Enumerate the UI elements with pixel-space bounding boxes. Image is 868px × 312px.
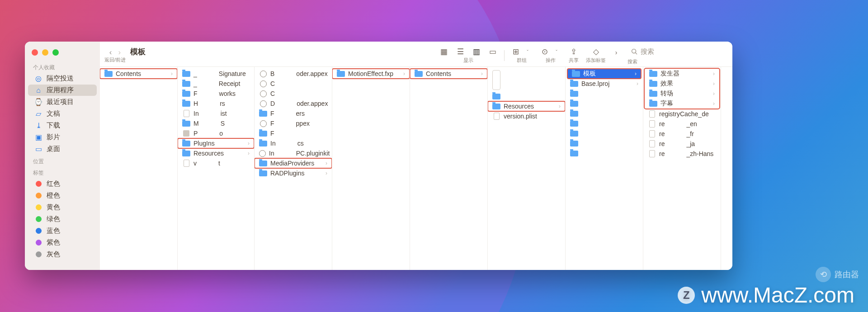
- list-item[interactable]: [566, 89, 643, 99]
- list-item[interactable]: H rs: [178, 99, 254, 109]
- file-icon: [648, 120, 656, 128]
- item-label: [278, 120, 293, 127]
- list-item[interactable]: [488, 91, 565, 101]
- gallery-view-icon[interactable]: ▭: [488, 47, 498, 57]
- sidebar-item-label: 隔空投送: [47, 74, 74, 83]
- file-icon: [182, 110, 190, 117]
- list-item[interactable]: 转场›: [645, 89, 719, 99]
- search-input[interactable]: 搜索: [627, 46, 722, 58]
- list-item[interactable]: F ers: [255, 109, 332, 118]
- sidebar-tag[interactable]: 橙色: [28, 190, 97, 201]
- more-label: [615, 57, 617, 63]
- list-item[interactable]: F works: [178, 89, 254, 99]
- zoom-icon[interactable]: [52, 49, 59, 56]
- sidebar-tag-label: 橙色: [47, 191, 60, 200]
- back-button[interactable]: ‹: [109, 48, 112, 57]
- sidebar-tag[interactable]: 灰色: [28, 249, 97, 260]
- more-icon[interactable]: ›: [611, 48, 621, 57]
- list-item[interactable]: [566, 118, 643, 128]
- minimize-icon[interactable]: [42, 49, 48, 56]
- list-item[interactable]: Contents›: [410, 69, 487, 79]
- sidebar-item-airdrop[interactable]: ◎隔空投送: [28, 73, 97, 84]
- list-item[interactable]: In cs: [255, 138, 332, 148]
- sidebar-item-movies[interactable]: ▣影片: [28, 132, 97, 143]
- sidebar-section-locations: 位置: [25, 155, 100, 166]
- list-item[interactable]: D oder.appex: [255, 99, 332, 109]
- file-icon: [182, 160, 190, 167]
- icon-view-icon[interactable]: ▦: [439, 47, 449, 57]
- item-label: registryCache_de: [659, 110, 709, 118]
- list-item[interactable]: Base.lproj›: [566, 79, 643, 89]
- list-item[interactable]: re _ja: [643, 139, 721, 149]
- list-item[interactable]: re _fr: [643, 129, 721, 139]
- list-item[interactable]: [566, 128, 643, 138]
- list-item[interactable]: [566, 138, 643, 148]
- column-3: MotionEffect.fxp›: [332, 67, 410, 270]
- list-item[interactable]: 效果›: [645, 79, 719, 89]
- list-item[interactable]: F: [255, 128, 332, 138]
- list-item[interactable]: C: [255, 89, 332, 99]
- column-0: Contents›: [100, 67, 178, 270]
- list-item[interactable]: registryCache_de: [643, 109, 721, 119]
- sidebar-tag[interactable]: 绿色: [28, 213, 97, 225]
- forward-button[interactable]: ›: [118, 48, 121, 57]
- action-icon[interactable]: ⊙: [540, 47, 550, 57]
- list-item[interactable]: version.plist: [488, 111, 565, 121]
- file-icon: [648, 140, 656, 147]
- item-label: [668, 150, 683, 157]
- tag-icon[interactable]: ◇: [591, 47, 601, 57]
- list-item[interactable]: RADPlugins›: [255, 168, 332, 178]
- list-item[interactable]: re _en: [643, 119, 721, 129]
- column-browser: Contents›_ Signature_ ReceiptF worksH rs…: [100, 66, 732, 270]
- list-item[interactable]: MotionEffect.fxp›: [332, 69, 410, 79]
- list-item[interactable]: Contents›: [100, 69, 177, 79]
- list-item[interactable]: Resources›: [178, 148, 254, 158]
- list-item[interactable]: _ Receipt: [178, 79, 254, 89]
- item-label: 转场: [660, 90, 673, 98]
- list-item[interactable]: [566, 148, 643, 158]
- sidebar-tag[interactable]: 黄色: [28, 202, 97, 213]
- tag-dot-icon: [34, 203, 42, 212]
- item-label: version.plist: [504, 113, 537, 120]
- sidebar-item-downloads[interactable]: ⤓下载: [28, 120, 97, 131]
- list-item[interactable]: [488, 69, 565, 91]
- sidebar-tag[interactable]: 蓝色: [28, 225, 97, 236]
- list-item[interactable]: M S: [178, 118, 254, 128]
- close-icon[interactable]: [32, 49, 38, 56]
- sidebar-item-recent[interactable]: ⌚最近项目: [28, 96, 97, 108]
- sidebar-item-label: 应用程序: [47, 86, 74, 95]
- list-item[interactable]: 字幕›: [645, 99, 719, 109]
- list-item[interactable]: re _zh-Hans: [643, 149, 721, 159]
- sidebar: 个人收藏 ◎隔空投送⌂应用程序⌚最近项目▱文稿⤓下载▣影片▭桌面 位置 标签 红…: [25, 42, 100, 270]
- sidebar-tag[interactable]: 红色: [28, 178, 97, 189]
- list-item[interactable]: B oder.appex: [255, 69, 332, 79]
- exec-icon: [259, 150, 266, 157]
- share-icon[interactable]: ⇪: [569, 47, 579, 57]
- list-item[interactable]: PlugIns›: [178, 138, 254, 148]
- sidebar-item-docs[interactable]: ▱文稿: [28, 108, 97, 119]
- item-label: [201, 130, 216, 137]
- list-item[interactable]: v t: [178, 158, 254, 168]
- list-item[interactable]: In ist: [178, 109, 254, 118]
- list-item[interactable]: 发生器›: [645, 69, 719, 79]
- folder-icon: [182, 140, 190, 147]
- sidebar-section-favorites: 个人收藏: [25, 61, 100, 72]
- sidebar-item-desktop[interactable]: ▭桌面: [28, 143, 97, 155]
- list-item[interactable]: In PC.pluginkit: [255, 148, 332, 158]
- sidebar-tag[interactable]: 紫色: [28, 237, 97, 248]
- group-icon[interactable]: ⊞: [511, 47, 521, 57]
- list-item[interactable]: [566, 109, 643, 118]
- list-item[interactable]: 模板›: [567, 69, 641, 79]
- list-view-icon[interactable]: ☰: [455, 47, 465, 57]
- list-item[interactable]: C: [255, 79, 332, 89]
- list-item[interactable]: P o: [178, 128, 254, 138]
- folder-icon: [570, 130, 578, 137]
- list-item[interactable]: _ Signature: [178, 69, 254, 79]
- item-label: [668, 130, 683, 137]
- sidebar-item-apps[interactable]: ⌂应用程序: [28, 85, 97, 96]
- column-view-icon[interactable]: ▥: [472, 47, 481, 57]
- list-item[interactable]: MediaProviders›: [255, 158, 332, 168]
- list-item[interactable]: F ppex: [255, 118, 332, 128]
- list-item[interactable]: Resources›: [488, 101, 565, 111]
- list-item[interactable]: [566, 99, 643, 109]
